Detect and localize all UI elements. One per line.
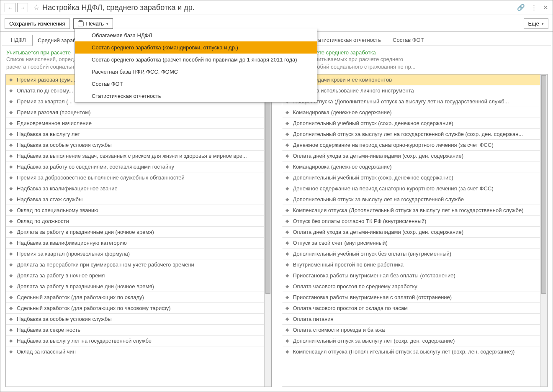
list-item[interactable]: ◆Денежное содержание на период санаторно… bbox=[282, 183, 540, 194]
scrollbar[interactable] bbox=[264, 74, 271, 387]
list-item[interactable]: ◆Сдельный заработок (для работающих по ч… bbox=[6, 303, 264, 314]
close-icon[interactable]: ✕ bbox=[543, 4, 548, 11]
list-item[interactable]: ◆Дополнительный отпуск за выслугу лет на… bbox=[282, 194, 540, 205]
list-item[interactable]: ◆Надбавка за стаж службы bbox=[6, 194, 264, 205]
list-item[interactable]: ◆...сация за использование личного инстр… bbox=[282, 85, 540, 96]
list-item-label: Премия за квартал (... bbox=[17, 98, 72, 105]
list-item-label: Сдельный заработок (для работающих по ча… bbox=[17, 305, 171, 311]
list-item[interactable]: ◆Единовременное начисление bbox=[6, 118, 264, 129]
favorite-star-icon[interactable]: ☆ bbox=[33, 3, 40, 12]
list-item[interactable]: ◆Оплата дней ухода за детьми-инвалидами … bbox=[282, 227, 540, 238]
list-item[interactable]: ◆Внутрисменный простой по вине работника bbox=[282, 259, 540, 270]
item-marker-icon: ◆ bbox=[9, 164, 13, 169]
list-item[interactable]: ◆Оплата дней ухода за детьми-инвалидами … bbox=[282, 151, 540, 161]
list-item[interactable]: ◆Приостановка работы внутрисменная без о… bbox=[282, 270, 540, 281]
item-marker-icon: ◆ bbox=[9, 305, 13, 311]
list-item-label: Надбавка за особые условия службы bbox=[17, 316, 112, 322]
list-item[interactable]: ◆Дополнительный отпуск за выслугу лет на… bbox=[282, 129, 540, 140]
link-icon[interactable]: 🔗 bbox=[517, 4, 525, 11]
item-marker-icon: ◆ bbox=[9, 186, 13, 191]
list-item[interactable]: ◆Командировка (денежное содержание) bbox=[282, 107, 540, 118]
list-item-label: Дополнительный отпуск за выслугу лет (со… bbox=[293, 338, 455, 344]
list-item-label: Командировка (денежное содержание) bbox=[293, 164, 392, 170]
list-item[interactable]: ◆Оплата питания bbox=[282, 314, 540, 325]
list-item-label: Командировка (денежное содержание) bbox=[293, 109, 392, 115]
item-marker-icon: ◆ bbox=[9, 153, 13, 159]
list-item[interactable]: ◆Премия разовая (процентом) bbox=[6, 107, 264, 118]
back-button[interactable]: ← bbox=[5, 3, 15, 12]
item-marker-icon: ◆ bbox=[286, 349, 289, 354]
list-item-label: Единовременное начисление bbox=[17, 120, 92, 126]
list-item-label: Оплата питания bbox=[293, 316, 334, 322]
list-item[interactable]: ◆...за дни сдачи крови и ее компонентов bbox=[282, 74, 540, 85]
right-subtitle: ...лений, не учитываемых при расчете сре… bbox=[283, 56, 547, 71]
list-item-label: Оплата часового простоя по среднему зара… bbox=[293, 283, 417, 290]
list-item[interactable]: ◆Денежное содержание на период санаторно… bbox=[282, 140, 540, 151]
list-item-label: Премия за добросовестное выполнение служ… bbox=[17, 174, 185, 181]
list-item[interactable]: ◆Премия за квартал (произвольная формула… bbox=[6, 249, 264, 259]
right-tabs: ...МССтатистическая отчетностьСостав ФОТ bbox=[278, 32, 551, 46]
item-marker-icon: ◆ bbox=[9, 208, 13, 213]
forward-button[interactable]: → bbox=[17, 3, 28, 12]
item-marker-icon: ◆ bbox=[286, 338, 289, 343]
list-item[interactable]: ◆Дополнительный учебный отпуск (сохр. де… bbox=[282, 172, 540, 183]
right-title: ...ся при расчете среднего заработка bbox=[283, 49, 547, 56]
list-item[interactable]: ◆Надбавка за особые условия службы bbox=[6, 314, 264, 325]
list-item[interactable]: ◆Доплата за работу в праздничные дни (но… bbox=[6, 281, 264, 292]
scrollbar-thumb[interactable] bbox=[541, 75, 546, 294]
item-marker-icon: ◆ bbox=[286, 240, 289, 246]
list-item[interactable]: ◆Отпуск без оплаты согласно ТК РФ (внутр… bbox=[282, 216, 540, 227]
list-item[interactable]: ◆Надбавка за квалификационное звание bbox=[6, 183, 264, 194]
list-item[interactable]: ◆Доплата за работу в ночное время bbox=[6, 270, 264, 281]
dropdown-item[interactable]: Состав среднего заработка (расчет пособи… bbox=[75, 54, 317, 66]
list-item[interactable]: ◆Оплата стоимости проезда и багажа bbox=[282, 325, 540, 336]
list-item[interactable]: ◆Премия за добросовестное выполнение слу… bbox=[6, 172, 264, 183]
dropdown-item[interactable]: Статистическая отчетность bbox=[75, 90, 317, 102]
list-item[interactable]: ◆Доплата за переработки при суммированно… bbox=[6, 259, 264, 270]
list-item[interactable]: ◆Доплата за работу в праздничные дни (но… bbox=[6, 227, 264, 238]
list-item[interactable]: ◆Оплата часового простоя по среднему зар… bbox=[282, 281, 540, 292]
item-marker-icon: ◆ bbox=[9, 197, 13, 202]
list-item-label: Денежное содержание на период санаторно-… bbox=[293, 142, 494, 148]
scrollbar[interactable] bbox=[540, 74, 547, 387]
list-item[interactable]: ◆Надбавка за выслугу лет на государствен… bbox=[6, 336, 264, 346]
dropdown-item[interactable]: Состав среднего заработка (командировки,… bbox=[75, 41, 317, 54]
list-item[interactable]: ◆Надбавка за выполнение задач, связанных… bbox=[6, 151, 264, 161]
list-item[interactable]: ◆Дополнительный учебный отпуск без оплат… bbox=[282, 249, 540, 259]
list-item[interactable]: ◆Компенсация отпуска (Пополнительный отп… bbox=[282, 346, 540, 357]
chevron-down-icon: ▾ bbox=[106, 22, 108, 26]
tab[interactable]: НДФЛ bbox=[5, 34, 31, 46]
list-item[interactable]: ◆...сация отпуска (Дополнительный отпуск… bbox=[282, 96, 540, 107]
dropdown-item[interactable]: Облагаемая база НДФЛ bbox=[75, 29, 317, 41]
item-marker-icon: ◆ bbox=[286, 295, 289, 300]
list-item[interactable]: ◆Оплата часового простоя от оклада по ча… bbox=[282, 303, 540, 314]
list-item[interactable]: ◆Отпуск за свой счет (внутрисменный) bbox=[282, 238, 540, 249]
list-item-label: Оклад по должности bbox=[17, 218, 69, 224]
more-button[interactable]: Еще ▾ bbox=[524, 18, 548, 29]
list-item[interactable]: ◆Компенсация отпуска (Дополнительный отп… bbox=[282, 205, 540, 216]
list-item[interactable]: ◆Надбавка за квалификационную категорию bbox=[6, 238, 264, 249]
kebab-icon[interactable]: ⋮ bbox=[531, 4, 537, 11]
list-item[interactable]: ◆Надбавка за секретность bbox=[6, 325, 264, 336]
list-item[interactable]: ◆Оклад за классный чин bbox=[6, 346, 264, 357]
list-item[interactable]: ◆Оклад по специальному званию bbox=[6, 205, 264, 216]
dropdown-item[interactable]: Состав ФОТ bbox=[75, 78, 317, 90]
chevron-down-icon: ▾ bbox=[542, 22, 544, 26]
list-item[interactable]: ◆Надбавка за выслугу лет bbox=[6, 129, 264, 140]
list-item[interactable]: ◆Сдельный заработок (для работающих по о… bbox=[6, 292, 264, 303]
print-button[interactable]: Печать ▾ bbox=[73, 18, 113, 29]
list-item-label: Отпуск за свой счет (внутрисменный) bbox=[293, 240, 388, 246]
scrollbar-thumb[interactable] bbox=[265, 75, 270, 294]
list-item[interactable]: ◆Дополнительный отпуск за выслугу лет (с… bbox=[282, 336, 540, 346]
save-button[interactable]: Сохранить изменения bbox=[5, 18, 70, 29]
item-marker-icon: ◆ bbox=[9, 316, 13, 322]
list-item[interactable]: ◆Приостановка работы внутрисменная с опл… bbox=[282, 292, 540, 303]
list-item[interactable]: ◆Оклад по должности bbox=[6, 216, 264, 227]
list-item[interactable]: ◆Надбавка за особые условия службы bbox=[6, 140, 264, 151]
list-item[interactable]: ◆Дополнительный учебный отпуск (сохр. де… bbox=[282, 118, 540, 129]
tab[interactable]: Состав ФОТ bbox=[387, 34, 430, 46]
dropdown-item[interactable]: Расчетная база ПФР, ФСС, ФОМС bbox=[75, 66, 317, 78]
tab[interactable]: Статистическая отчетность bbox=[306, 34, 387, 46]
list-item[interactable]: ◆Надбавка за работу со сведениями, соста… bbox=[6, 161, 264, 172]
list-item[interactable]: ◆Командировка (денежное содержание) bbox=[282, 161, 540, 172]
